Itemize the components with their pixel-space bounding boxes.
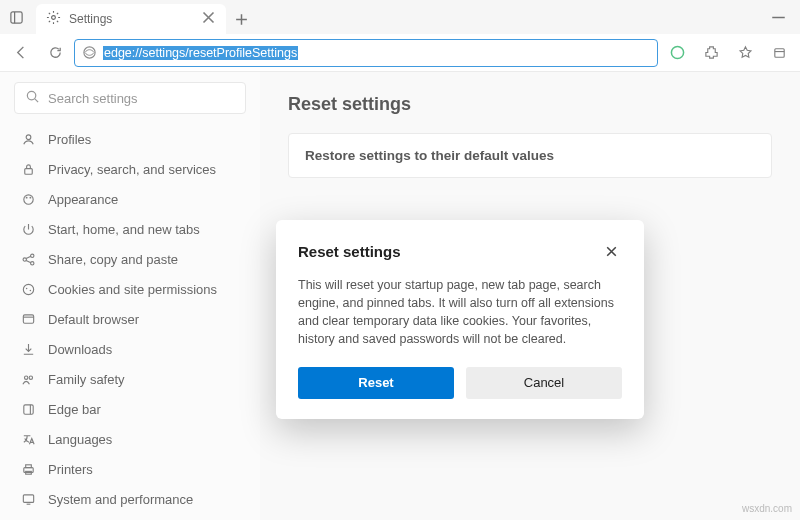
dialog-body: This will reset your startup page, new t…	[298, 276, 622, 349]
dialog-close-button[interactable]	[600, 240, 622, 262]
dialog-title: Reset settings	[298, 243, 401, 260]
reset-button[interactable]: Reset	[298, 367, 454, 399]
reset-settings-dialog: Reset settings This will reset your star…	[276, 220, 644, 419]
watermark: wsxdn.com	[742, 503, 792, 514]
cancel-button[interactable]: Cancel	[466, 367, 622, 399]
